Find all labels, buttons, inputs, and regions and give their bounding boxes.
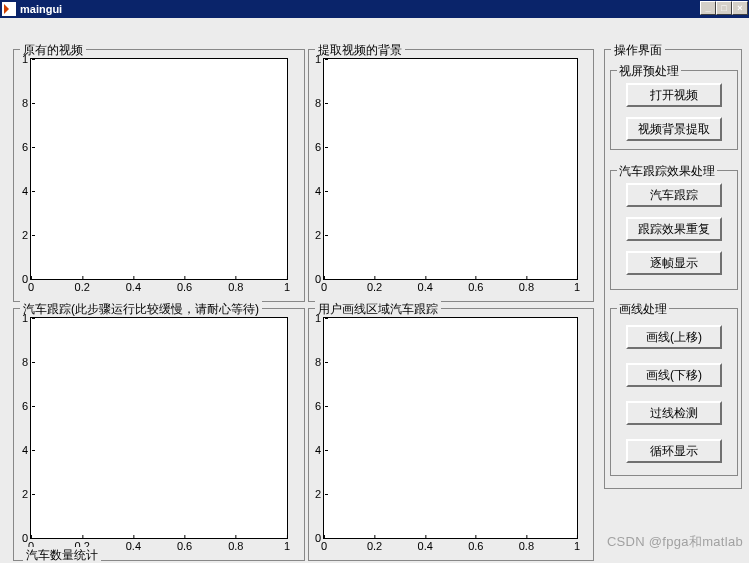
frame-by-frame-button[interactable]: 逐帧显示 xyxy=(626,251,722,275)
extract-bg-button[interactable]: 视频背景提取 xyxy=(626,117,722,141)
operations-title: 操作界面 xyxy=(611,42,665,59)
minimize-button[interactable]: _ xyxy=(700,1,716,15)
x-tick: 0.4 xyxy=(126,538,141,552)
panel-title: 汽车跟踪(此步骤运行比较缓慢，请耐心等待) xyxy=(20,301,262,318)
x-tick: 0.4 xyxy=(418,538,433,552)
y-tick: 2 xyxy=(19,229,31,241)
x-tick: 0.4 xyxy=(126,279,141,293)
x-tick: 0.4 xyxy=(418,279,433,293)
panel-userline-tracking: 用户画线区域汽车跟踪 1 8 6 4 2 0 0 0.2 0.4 0.6 0.8… xyxy=(308,308,594,561)
group-title: 画线处理 xyxy=(617,301,669,318)
x-tick: 0.6 xyxy=(177,279,192,293)
panel-title: 用户画线区域汽车跟踪 xyxy=(315,301,441,318)
group-title: 视屏预处理 xyxy=(617,63,681,80)
x-tick: 1 xyxy=(284,538,290,552)
window-controls: _ □ × xyxy=(700,1,748,15)
x-tick: 0.8 xyxy=(519,279,534,293)
panel-tracking: 汽车跟踪(此步骤运行比较缓慢，请耐心等待) 1 8 6 4 2 0 0 0.2 … xyxy=(13,308,305,561)
y-tick: 1 xyxy=(19,53,31,65)
y-tick: 2 xyxy=(312,229,324,241)
x-tick: 0.6 xyxy=(468,279,483,293)
x-tick: 0.2 xyxy=(367,538,382,552)
axes-tracking: 1 8 6 4 2 0 0 0.2 0.4 0.6 0.8 1 xyxy=(30,317,288,539)
watermark-text: CSDN @fpga和matlab xyxy=(607,533,743,551)
maximize-button[interactable]: □ xyxy=(716,1,732,15)
panel-original-video: 原有的视频 1 8 6 4 2 0 0 0.2 0.4 0.6 0.8 1 xyxy=(13,49,305,302)
y-tick: 2 xyxy=(312,488,324,500)
window-titlebar: maingui _ □ × xyxy=(0,0,749,18)
window-title: maingui xyxy=(20,3,62,15)
group-tracking: 汽车跟踪效果处理 汽车跟踪 跟踪效果重复 逐帧显示 xyxy=(610,170,738,290)
operations-panel: 操作界面 视屏预处理 打开视频 视频背景提取 汽车跟踪效果处理 汽车跟踪 跟踪效… xyxy=(604,49,742,489)
group-drawline: 画线处理 画线(上移) 画线(下移) 过线检测 循环显示 xyxy=(610,308,738,476)
loop-display-button[interactable]: 循环显示 xyxy=(626,439,722,463)
y-tick: 4 xyxy=(19,185,31,197)
x-tick: 0.8 xyxy=(228,279,243,293)
axes-original-video: 1 8 6 4 2 0 0 0.2 0.4 0.6 0.8 1 xyxy=(30,58,288,280)
car-track-button[interactable]: 汽车跟踪 xyxy=(626,183,722,207)
close-button[interactable]: × xyxy=(732,1,748,15)
x-tick: 0 xyxy=(321,279,327,293)
group-preprocess: 视屏预处理 打开视频 视频背景提取 xyxy=(610,70,738,150)
panel-stats-title: 汽车数量统计 xyxy=(23,547,101,563)
y-tick: 2 xyxy=(19,488,31,500)
y-tick: 1 xyxy=(19,312,31,324)
y-tick: 4 xyxy=(312,444,324,456)
y-tick: 6 xyxy=(19,141,31,153)
y-tick: 8 xyxy=(312,356,324,368)
y-tick: 1 xyxy=(312,312,324,324)
app-icon xyxy=(2,2,16,16)
y-tick: 8 xyxy=(19,97,31,109)
cross-detect-button[interactable]: 过线检测 xyxy=(626,401,722,425)
line-up-button[interactable]: 画线(上移) xyxy=(626,325,722,349)
x-tick: 1 xyxy=(574,279,580,293)
x-tick: 1 xyxy=(574,538,580,552)
y-tick: 8 xyxy=(19,356,31,368)
x-tick: 0.8 xyxy=(519,538,534,552)
x-tick: 0.6 xyxy=(177,538,192,552)
axes-userline-tracking: 1 8 6 4 2 0 0 0.2 0.4 0.6 0.8 1 xyxy=(323,317,578,539)
y-tick: 4 xyxy=(19,444,31,456)
client-area: 原有的视频 1 8 6 4 2 0 0 0.2 0.4 0.6 0.8 1 提取… xyxy=(0,18,749,563)
y-tick: 4 xyxy=(312,185,324,197)
y-tick: 6 xyxy=(312,141,324,153)
x-tick: 0 xyxy=(321,538,327,552)
x-tick: 1 xyxy=(284,279,290,293)
y-tick: 8 xyxy=(312,97,324,109)
panel-title: 提取视频的背景 xyxy=(315,42,405,59)
y-tick: 6 xyxy=(312,400,324,412)
x-tick: 0.6 xyxy=(468,538,483,552)
y-tick: 1 xyxy=(312,53,324,65)
x-tick: 0.8 xyxy=(228,538,243,552)
axes-background: 1 8 6 4 2 0 0 0.2 0.4 0.6 0.8 1 xyxy=(323,58,578,280)
group-title: 汽车跟踪效果处理 xyxy=(617,163,717,180)
x-tick: 0.2 xyxy=(367,279,382,293)
repeat-track-button[interactable]: 跟踪效果重复 xyxy=(626,217,722,241)
x-tick: 0.2 xyxy=(75,279,90,293)
panel-background: 提取视频的背景 1 8 6 4 2 0 0 0.2 0.4 0.6 0.8 1 xyxy=(308,49,594,302)
line-down-button[interactable]: 画线(下移) xyxy=(626,363,722,387)
x-tick: 0 xyxy=(28,279,34,293)
y-tick: 6 xyxy=(19,400,31,412)
open-video-button[interactable]: 打开视频 xyxy=(626,83,722,107)
